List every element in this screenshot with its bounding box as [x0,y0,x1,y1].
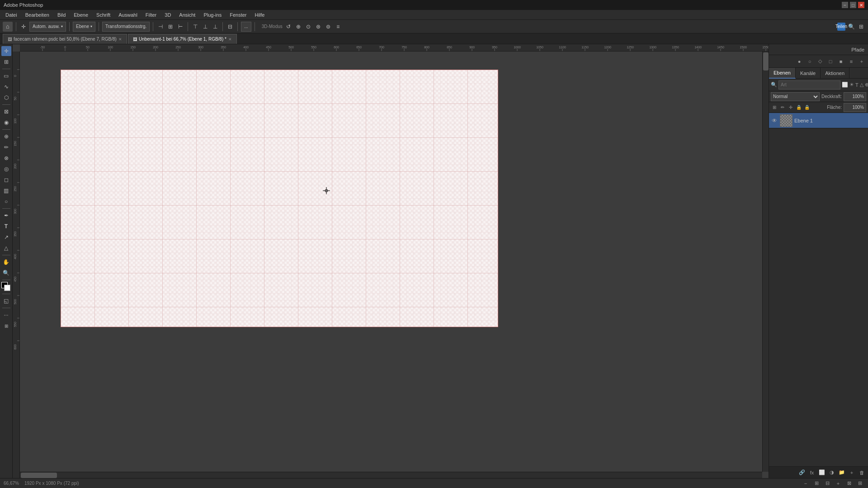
lock-pixels-icon[interactable]: ✏ [779,104,786,111]
crop-button[interactable]: ⊠ [1,107,11,117]
new-layer-button[interactable]: + [847,468,856,477]
view-zoom-out-button[interactable]: − [801,479,810,488]
circle-outline-icon[interactable]: ○ [805,57,814,66]
tab-ebenen[interactable]: Ebenen [769,68,796,79]
menu-bild[interactable]: Bild [54,11,69,19]
align-bottom-icon[interactable]: ⊥ [211,23,219,31]
menu-3d[interactable]: 3D [161,11,175,19]
align-right-icon[interactable]: ⊢ [176,23,184,31]
menu-hilfe[interactable]: Hilfe [251,11,268,19]
3d-pan-icon[interactable]: ⊕ [294,23,302,31]
fill-input[interactable] [844,103,866,112]
rectangular-select-button[interactable]: ▭ [1,71,11,81]
mask-mode-button[interactable]: ◱ [1,296,11,306]
gradient-button[interactable]: ▥ [1,186,11,196]
menu-bearbeiten[interactable]: Bearbeiten [22,11,53,19]
layer-filter-smart-icon[interactable]: ⊕ [865,80,868,89]
more-tools-button[interactable]: ⊞ [1,321,11,331]
3d-extra-icon[interactable]: ≡ [334,23,342,31]
menu-fenster[interactable]: Fenster [226,11,250,19]
layer-filter-type-icon[interactable]: T [855,80,859,89]
layer-dropdown[interactable]: Ebene ▾ [73,22,95,32]
circle-icon[interactable]: ● [795,57,804,66]
menu-ansicht[interactable]: Ansicht [175,11,199,19]
blend-mode-select[interactable]: Normal Auflösen Abdunkeln Multiplizieren… [771,92,820,101]
lock-transparent-icon[interactable]: ⊞ [771,104,778,111]
transform-button[interactable]: Transformationsstrg. [102,22,150,32]
tab-facecam[interactable]: 🖼 facecam rahmen.psdc bei 50,8% (Ebene 7… [3,34,127,44]
autom-button[interactable]: Autom. ausw. ▾ [29,22,66,32]
more-button[interactable]: ... [241,22,251,32]
maximize-button[interactable]: □ [850,2,856,8]
view-fit-button[interactable]: ⊟ [823,479,832,488]
tab-kanaele[interactable]: Kanäle [796,68,821,79]
align-left-icon[interactable]: ⊣ [156,23,165,31]
group-button[interactable]: 📁 [837,468,846,477]
hand-button[interactable]: ✋ [1,257,11,267]
tab-aktionen[interactable]: Aktionen [821,68,849,79]
menu-datei[interactable]: Datei [2,11,21,19]
text-button[interactable]: T [1,221,11,231]
layer-style-button[interactable]: fx [807,468,816,477]
move-tool-button[interactable]: ✛ [1,46,11,56]
history-brush-button[interactable]: ◎ [1,164,11,174]
scrollbar-horizontal[interactable] [20,472,762,478]
3d-rotate-icon[interactable]: ↺ [284,23,292,31]
zoom-button[interactable]: 🔍 [1,268,11,278]
layer-filter-shape-icon[interactable]: △ [860,80,863,89]
tab-unbenannt-close[interactable]: ✕ [228,37,232,42]
link-layers-button[interactable]: 🔗 [797,468,807,477]
view-actual-size-button[interactable]: ⊞ [812,479,821,488]
3d-zoom-icon[interactable]: ⊙ [304,23,312,31]
menu-ebene[interactable]: Ebene [70,11,92,19]
adjustment-button[interactable]: ◑ [827,468,836,477]
opacity-input[interactable] [844,92,866,101]
view-screen-mode-button[interactable]: ⊠ [844,479,854,488]
align-center-h-icon[interactable]: ⊞ [166,23,175,31]
menu-auswahl[interactable]: Auswahl [115,11,141,19]
brush-button[interactable]: ✏ [1,142,11,152]
lock-position-icon[interactable]: ✛ [787,104,794,111]
square-icon[interactable]: □ [826,57,835,66]
home-button[interactable]: ⌂ [3,22,13,32]
diamond-icon[interactable]: ◇ [816,57,825,66]
canvas-viewport[interactable] [20,52,769,478]
lock-all-icon[interactable]: 🔒 [803,104,811,111]
layer-filter-pixel-icon[interactable]: ⬜ [842,80,848,89]
menu-filter[interactable]: Filter [142,11,160,19]
tab-facecam-close[interactable]: ✕ [118,37,122,42]
view-zoom-in-button[interactable]: + [834,479,843,488]
pen-button[interactable]: ✒ [1,211,11,221]
extras-button[interactable]: ··· [1,310,11,320]
workspace-icon[interactable]: ⊞ [857,23,865,31]
close-button[interactable]: ✕ [858,2,864,8]
path-select-button[interactable]: ↗ [1,232,11,242]
share-icon[interactable]: Teilen [837,23,845,31]
align-center-v-icon[interactable]: ⊥ [201,23,209,31]
search-top-icon[interactable]: 🔍 [847,23,855,31]
shape-button[interactable]: △ [1,243,11,253]
quick-select-button[interactable]: ⬡ [1,93,11,103]
align-top-icon[interactable]: ⊤ [191,23,199,31]
foreground-color[interactable] [1,282,11,292]
layer-row-ebene1[interactable]: 👁 Ebene 1 [769,113,868,128]
artboard-tool-button[interactable]: ⊞ [1,57,11,67]
panel-gear-icon[interactable]: ≡ [847,57,856,66]
delete-layer-button[interactable]: 🗑 [857,468,866,477]
mask-button[interactable]: ⬜ [817,468,826,477]
healing-button[interactable]: ⊕ [1,131,11,141]
lasso-button[interactable]: ∿ [1,82,11,92]
distribute-icon[interactable]: ⊟ [226,23,234,31]
lock-artboard-icon[interactable]: 🔒 [795,104,802,111]
3d-move-icon[interactable]: ⊚ [324,23,332,31]
eraser-button[interactable]: ◻ [1,175,11,185]
eyedropper-button[interactable]: ◉ [1,117,11,127]
layer-eye-ebene1[interactable]: 👁 [771,117,778,124]
panel-add-icon[interactable]: + [857,57,866,66]
layer-search-input[interactable] [778,80,840,89]
document-canvas[interactable] [61,70,498,327]
dodge-button[interactable]: ○ [1,197,11,206]
minimize-button[interactable]: − [842,2,848,8]
3d-scale-icon[interactable]: ⊛ [314,23,322,31]
layer-filter-adjust-icon[interactable]: ☀ [849,80,854,89]
